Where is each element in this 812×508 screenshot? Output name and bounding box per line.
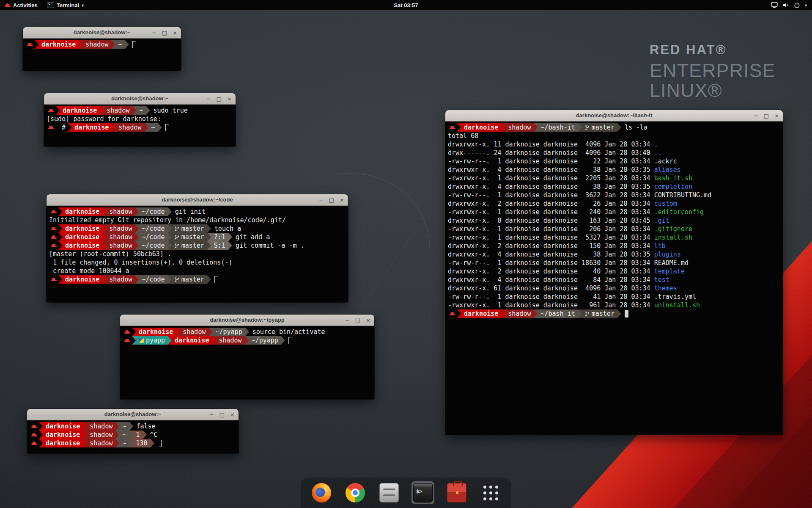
powerline-arrow bbox=[135, 224, 139, 233]
window-titlebar[interactable]: darknoise@shadow:~ − □ × bbox=[23, 27, 181, 39]
powerline-arrow bbox=[228, 233, 232, 241]
close-button[interactable]: × bbox=[230, 412, 235, 417]
terminal-line: 1 file changed, 0 insertions(+), 0 delet… bbox=[49, 258, 346, 267]
maximize-button[interactable]: □ bbox=[162, 30, 167, 36]
minimize-button[interactable]: − bbox=[345, 318, 350, 323]
terminal-cursor bbox=[132, 41, 136, 48]
close-button[interactable]: × bbox=[340, 197, 344, 203]
dock-item-chrome[interactable] bbox=[344, 481, 367, 504]
prompt-hat-segment bbox=[49, 241, 58, 250]
prompt-gitst-segment: S:1 bbox=[211, 241, 228, 250]
minimize-button[interactable]: − bbox=[319, 197, 324, 203]
prompt-hat-segment bbox=[448, 123, 457, 132]
activities-label: Activities bbox=[13, 2, 38, 8]
close-button[interactable]: × bbox=[366, 318, 370, 323]
maximize-button[interactable]: □ bbox=[355, 318, 360, 323]
powerline-arrow bbox=[129, 431, 133, 439]
dock-item-show-apps[interactable] bbox=[479, 481, 502, 504]
close-button[interactable]: × bbox=[774, 113, 779, 119]
terminal-line: pyappdarknoiseshadow~/pyapp bbox=[123, 336, 372, 345]
terminal-line: darknoiseshadow~/codemaster bbox=[49, 275, 346, 284]
terminal-content[interactable]: darknoiseshadow~ bbox=[23, 39, 181, 71]
powerline-arrow bbox=[228, 241, 232, 250]
prompt-git-segment: master bbox=[172, 233, 207, 241]
prompt-git-segment: master bbox=[582, 123, 617, 132]
terminal-line: darknoiseshadow~/codemasterS:1git commit… bbox=[49, 241, 346, 250]
terminal-line: drwx------. 24 darknoise darknoise 4096 … bbox=[448, 149, 780, 157]
system-status-area[interactable]: ▾ bbox=[766, 0, 812, 10]
firefox-icon bbox=[312, 483, 331, 502]
terminal-content[interactable]: darknoiseshadow~sudo true[sudo] password… bbox=[44, 105, 236, 146]
terminal-content[interactable]: darknoiseshadow~/pyappsource bin/activat… bbox=[120, 326, 374, 399]
maximize-button[interactable]: □ bbox=[219, 412, 225, 417]
prompt-host-segment: shadow bbox=[106, 233, 135, 241]
git-branch-icon bbox=[585, 125, 590, 130]
powerline-arrow bbox=[534, 123, 538, 132]
clock[interactable]: Sat 03:57 bbox=[394, 2, 418, 8]
terminal-content[interactable]: darknoiseshadow~falsedarknoiseshadow~1^C… bbox=[27, 420, 239, 453]
prompt-user-segment: darknoise bbox=[43, 431, 83, 439]
activities-button[interactable]: Activities bbox=[0, 0, 42, 10]
executable-name: install.sh bbox=[654, 234, 692, 241]
output-text: drwxrwxr-x. 2 darknoise darknoise 40 Jan… bbox=[448, 268, 654, 275]
minimize-button[interactable]: − bbox=[152, 30, 156, 36]
output-text: drwxrwxr-x. 4 darknoise darknoise 38 Jan… bbox=[448, 166, 654, 174]
terminal-line: Initialized empty Git repository in /hom… bbox=[49, 216, 346, 224]
powerline-arrow bbox=[176, 328, 180, 336]
prompt-host-segment: shadow bbox=[87, 439, 115, 447]
prompt-user-segment: darknoise bbox=[62, 241, 102, 250]
prompt-path-segment: ~/code bbox=[139, 241, 167, 250]
powerline-arrow bbox=[168, 275, 172, 284]
output-text: -rwxrwxr-x. 1 darknoise darknoise 2205 J… bbox=[448, 174, 654, 182]
dock-item-toolbox[interactable] bbox=[445, 481, 468, 504]
dock-item-files[interactable] bbox=[378, 481, 401, 504]
powerline-arrow bbox=[39, 439, 43, 447]
powerline-arrow bbox=[168, 336, 172, 345]
dock-item-terminal[interactable] bbox=[411, 481, 434, 504]
prompt-path-segment: ~ bbox=[119, 422, 129, 431]
terminal-line: darknoiseshadow~false bbox=[30, 422, 236, 431]
window-titlebar[interactable]: darknoise@shadow:~/pyapp − □ × bbox=[120, 315, 374, 326]
directory-name: template bbox=[654, 268, 685, 275]
dock-item-firefox[interactable] bbox=[310, 481, 333, 504]
maximize-button[interactable]: □ bbox=[329, 197, 334, 203]
powerline-arrow bbox=[132, 328, 136, 336]
window-titlebar[interactable]: darknoise@shadow:~ − □ × bbox=[44, 93, 236, 105]
terminal-line: darknoiseshadow~/codemaster?:1git add a bbox=[49, 233, 346, 241]
output-text: drwxrwxr-x. 2 darknoise darknoise 150 Ja… bbox=[448, 242, 654, 250]
terminal-line: [sudo] password for darknoise: bbox=[47, 115, 233, 123]
powerline-arrow bbox=[135, 241, 139, 250]
command-text: source bin/activate bbox=[252, 328, 325, 336]
prompt-hat-segment bbox=[47, 123, 56, 132]
close-button[interactable]: × bbox=[173, 30, 177, 36]
minimize-button[interactable]: − bbox=[754, 113, 758, 119]
close-button[interactable]: × bbox=[227, 96, 232, 102]
command-text: git init bbox=[175, 208, 206, 215]
powerline-arrow bbox=[207, 233, 211, 241]
maximize-button[interactable]: □ bbox=[217, 96, 222, 102]
app-menu-terminal[interactable]: Terminal ▾ bbox=[42, 0, 88, 10]
terminal-content[interactable]: darknoiseshadow~/bash-itmasterls -latota… bbox=[445, 121, 783, 435]
terminal-line: drwxrwxr-x. 4 darknoise darknoise 84 Jan… bbox=[448, 276, 780, 284]
terminal-line: -rw-rw-r--. 1 darknoise darknoise 22 Jan… bbox=[448, 157, 780, 166]
terminal-line: -rw-rw-r--. 1 darknoise darknoise 18630 … bbox=[448, 259, 780, 267]
window-titlebar[interactable]: darknoise@shadow:~/bash-it − □ × bbox=[445, 110, 783, 121]
wallpaper-line-art bbox=[347, 231, 415, 328]
prompt-hat-segment bbox=[123, 336, 132, 345]
terminal-content[interactable]: darknoiseshadow~/codegit initInitialized… bbox=[47, 206, 348, 302]
dock bbox=[301, 478, 511, 508]
prompt-user-segment: darknoise bbox=[62, 275, 102, 284]
window-titlebar[interactable]: darknoise@shadow:~/code − □ × bbox=[47, 194, 348, 206]
terminal-cursor bbox=[625, 310, 628, 318]
brand-enterprise: ENTERPRISE bbox=[650, 61, 776, 80]
powerline-arrow bbox=[145, 123, 148, 132]
minimize-button[interactable]: − bbox=[209, 412, 214, 417]
minimize-button[interactable]: − bbox=[206, 96, 211, 102]
powerline-arrow bbox=[168, 233, 172, 241]
window-titlebar[interactable]: darknoise@shadow:~ − □ × bbox=[27, 409, 239, 420]
powerline-arrow bbox=[39, 431, 43, 439]
maximize-button[interactable]: □ bbox=[764, 113, 769, 119]
git-branch-icon bbox=[585, 311, 590, 317]
terminal-line: darknoiseshadow~1^C bbox=[30, 431, 236, 439]
directory-name: custom bbox=[654, 200, 677, 207]
